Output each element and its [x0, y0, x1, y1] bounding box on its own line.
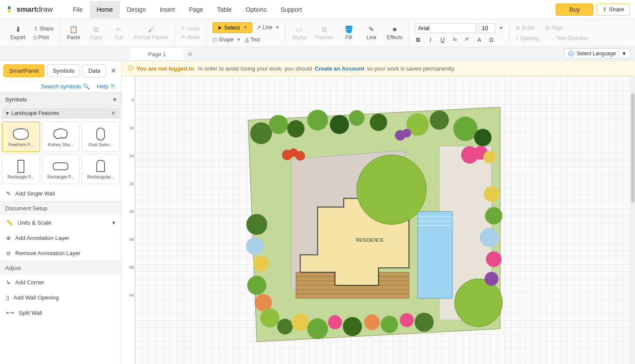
- svg-point-15: [269, 115, 288, 134]
- add-annotation-layer-action[interactable]: ⊕Add Annotation Layer: [0, 230, 122, 246]
- panel-close-button[interactable]: ✕: [109, 67, 118, 75]
- text-icon: A: [245, 37, 249, 43]
- text-direction-button[interactable]: →Text Direction: [550, 34, 588, 42]
- remove-annotation-layer-action[interactable]: ⊖Remove Annotation Layer: [0, 246, 122, 261]
- symbol-kidney[interactable]: Kidney Sha...: [42, 121, 80, 152]
- language-select[interactable]: G Select Language ▼: [564, 48, 631, 59]
- format-painter-button[interactable]: 🖌Format Painter: [134, 26, 169, 40]
- help-link[interactable]: Help ?⃝: [97, 83, 115, 90]
- menu-item-design[interactable]: Design: [120, 1, 153, 18]
- bullet-icon: ≣: [516, 25, 520, 31]
- shape-tool-button[interactable]: ◻Shape▼: [213, 36, 241, 44]
- help-icon: ?⃝: [110, 83, 115, 90]
- align-button[interactable]: ⊟Align: [545, 24, 563, 32]
- redo-button[interactable]: ↷Redo: [181, 34, 200, 41]
- symbol-oval[interactable]: Oval Swim...: [81, 121, 120, 152]
- panel-tab-smartpanel[interactable]: SmartPanel: [3, 64, 44, 77]
- bullet-button[interactable]: ≣Bullet: [516, 24, 535, 32]
- symbol-button[interactable]: Ω: [488, 37, 494, 43]
- notice-body1: In order to avoid losing your work, you …: [198, 65, 312, 72]
- svg-point-16: [287, 120, 304, 138]
- print-button[interactable]: ⎙Print: [34, 34, 54, 41]
- superscript-button[interactable]: x²: [464, 37, 470, 43]
- italic-button[interactable]: I: [427, 37, 433, 43]
- category-header[interactable]: ▾ Landscape Features ✕: [1, 108, 121, 119]
- split-icon: ⟷: [6, 310, 14, 316]
- direction-icon: →: [550, 35, 555, 41]
- svg-point-35: [260, 308, 279, 327]
- pool[interactable]: [418, 212, 453, 299]
- symbol-roundrect[interactable]: Rectangle P...: [42, 154, 80, 184]
- line-style-button[interactable]: ✎Line: [364, 26, 379, 40]
- ruler-tick: 16: [129, 126, 134, 130]
- symbols-section-header[interactable]: Symbols ≡: [0, 92, 122, 107]
- effects-button[interactable]: ★Effects: [387, 26, 402, 40]
- canvas[interactable]: 816243240485664: [122, 76, 635, 364]
- svg-point-24: [474, 129, 492, 146]
- symbol-freeform[interactable]: Freeform P...: [2, 121, 40, 152]
- svg-point-43: [400, 313, 414, 327]
- subscript-button[interactable]: x₂: [452, 37, 458, 43]
- underline-button[interactable]: U: [439, 37, 446, 43]
- line-tool-button[interactable]: ↗Line▼: [257, 24, 280, 31]
- fill-button[interactable]: 🪣Fill: [341, 26, 356, 40]
- add-corner-action[interactable]: ↳Add Corner: [0, 275, 122, 290]
- font-size-select[interactable]: [479, 23, 495, 33]
- tree-large-1[interactable]: [357, 155, 426, 225]
- create-account-link[interactable]: Create an Account: [314, 65, 364, 72]
- copy-icon: ⧉: [92, 26, 100, 34]
- share-button-top[interactable]: ⇪Share: [597, 3, 630, 16]
- share-icon: ⇪: [602, 6, 607, 13]
- add-wall-opening-action[interactable]: ▯Add Wall Opening: [0, 290, 122, 305]
- themes-button[interactable]: ⊞Themes: [314, 26, 333, 40]
- select-tool-button[interactable]: ➤Select▼: [213, 22, 252, 33]
- menu-item-insert[interactable]: Insert: [153, 1, 182, 18]
- plus-icon: ⊕: [188, 51, 193, 57]
- tree-large-2[interactable]: [455, 279, 503, 327]
- text-tool-button[interactable]: AText: [245, 36, 260, 44]
- chevron-down-icon: ▼: [243, 25, 247, 30]
- undo-button[interactable]: ↶Undo: [181, 25, 200, 33]
- star-icon: ★: [391, 26, 399, 34]
- units-scale-action[interactable]: 📏Units & Scale▾: [0, 215, 122, 230]
- styles-button[interactable]: ▭Styles: [292, 26, 307, 40]
- symbol-rectv[interactable]: Rectangle P...: [2, 154, 40, 184]
- bold-button[interactable]: B: [415, 37, 421, 43]
- buy-button[interactable]: Buy: [556, 3, 593, 16]
- font-family-select[interactable]: [415, 23, 476, 33]
- panel-scrollbar[interactable]: [631, 76, 635, 364]
- page-tab-1[interactable]: Page 1: [131, 47, 183, 60]
- corner-icon: ↳: [6, 279, 11, 286]
- drawing[interactable]: RESIDENCE: [135, 76, 635, 364]
- menu-item-page[interactable]: Page: [182, 1, 210, 18]
- menu-item-file[interactable]: File: [66, 1, 90, 18]
- menu-item-options[interactable]: Options: [239, 1, 274, 18]
- symbol-roundtop[interactable]: Rectangular...: [81, 154, 120, 184]
- ruler-tick: 40: [129, 209, 134, 214]
- cut-button[interactable]: ✂Cut: [111, 26, 126, 40]
- panel-tab-symbols[interactable]: Symbols: [47, 64, 80, 77]
- add-single-wall-action[interactable]: ✎Add Single Wall: [0, 186, 122, 201]
- svg-point-47: [480, 228, 499, 247]
- panel-tab-data[interactable]: Data: [83, 64, 106, 77]
- redo-icon: ↷: [181, 34, 186, 40]
- share-button[interactable]: ⇪Share: [34, 25, 54, 33]
- menu-item-table[interactable]: Table: [210, 1, 238, 18]
- paste-button[interactable]: 📋Paste: [66, 26, 81, 40]
- search-symbols-link[interactable]: Search symbols 🔍: [41, 83, 90, 90]
- menu-icon[interactable]: ≡: [113, 96, 116, 103]
- panel-tabs: SmartPanelSymbolsData✕: [0, 61, 122, 81]
- export-button[interactable]: ⬇Export: [10, 26, 26, 40]
- svg-point-23: [453, 117, 478, 141]
- opening-icon: ▯: [6, 294, 9, 301]
- category-close-button[interactable]: ✕: [111, 110, 115, 116]
- svg-point-26: [402, 129, 411, 138]
- add-page-button[interactable]: ⊕: [183, 48, 197, 60]
- app-logo[interactable]: smartdraw: [4, 5, 53, 14]
- spacing-button[interactable]: ↕Spacing: [516, 34, 539, 42]
- split-wall-action[interactable]: ⟷Split Wall: [0, 305, 122, 320]
- menu-item-support[interactable]: Support: [274, 1, 309, 18]
- font-color-button[interactable]: A: [476, 37, 482, 43]
- menu-item-home[interactable]: Home: [90, 1, 120, 18]
- copy-button[interactable]: ⧉Copy: [89, 26, 104, 40]
